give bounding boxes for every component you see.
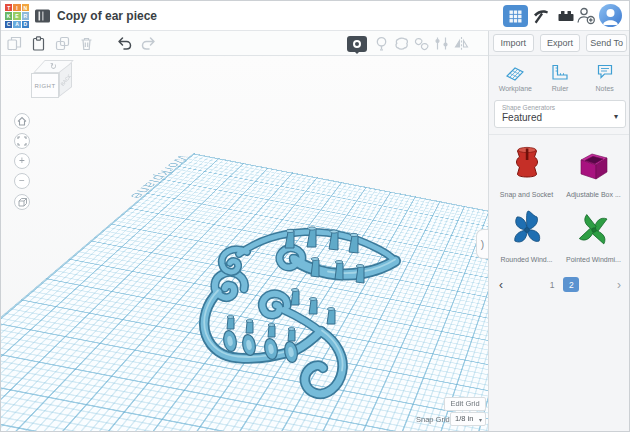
snap-socket-thumbnail	[507, 143, 547, 187]
dropdown-label: Shape Generators	[502, 104, 618, 111]
view-cube[interactable]: ↻ RIGHT BACK	[30, 60, 78, 104]
view-cube-front-face[interactable]: RIGHT	[31, 73, 59, 98]
shape-generators-dropdown[interactable]: Shape Generators Featured ▾	[494, 100, 626, 128]
page-1-button[interactable]: 1	[550, 280, 555, 290]
shape-rounded-windmill[interactable]: Rounded Wind...	[493, 208, 560, 263]
logo-letter: E	[13, 12, 20, 19]
edit-grid-button[interactable]: Edit Grid	[444, 397, 486, 411]
redo-button[interactable]	[140, 35, 157, 52]
logo-letter: N	[22, 4, 29, 11]
grid-tiles-icon	[509, 10, 522, 23]
lightbulb-icon	[373, 35, 390, 52]
home-view-button[interactable]	[14, 113, 30, 129]
align-button[interactable]	[433, 35, 450, 52]
fit-view-icon	[17, 136, 27, 146]
ruler-icon	[549, 62, 571, 82]
pickaxe-icon	[531, 6, 551, 26]
person-icon	[599, 4, 622, 27]
rounded-windmill-thumbnail	[507, 208, 547, 252]
ruler-tool[interactable]: Ruler	[538, 62, 583, 92]
tool-label: Notes	[596, 85, 614, 92]
file-actions: Import Export Send To	[489, 31, 630, 56]
import-button[interactable]: Import	[493, 34, 534, 52]
shape-label: Rounded Wind...	[500, 256, 552, 263]
mirror-button[interactable]	[453, 35, 470, 52]
tool-label: Ruler	[552, 85, 569, 92]
header: T I N K E R C A D Copy of ear piece	[1, 1, 630, 31]
person-add-icon	[575, 6, 597, 26]
user-avatar[interactable]	[599, 4, 622, 27]
ear-piece-model[interactable]	[204, 227, 395, 394]
lego-brick-icon	[556, 6, 576, 26]
panel-collapse-handle[interactable]: )	[476, 229, 488, 259]
home-icon	[17, 116, 27, 126]
caret-down-icon: ▾	[614, 112, 618, 121]
fit-view-button[interactable]	[14, 133, 30, 149]
shape-snap-and-socket[interactable]: Snap and Socket	[493, 143, 560, 198]
notes-icon	[594, 62, 616, 82]
design-properties-icon[interactable]	[34, 8, 51, 24]
logo-letter: D	[22, 21, 29, 28]
tab-bricks[interactable]	[556, 6, 576, 26]
rotate-icon: ↻	[50, 62, 57, 71]
page-2-button[interactable]: 2	[563, 277, 579, 292]
logo-letter: K	[5, 12, 12, 19]
duplicate-button[interactable]	[54, 35, 71, 52]
snap-grid-select[interactable]: 1/8 in ▾	[450, 412, 486, 426]
toolbar	[1, 31, 488, 56]
tool-label: Workplane	[499, 85, 532, 92]
shape-label: Snap and Socket	[500, 191, 553, 198]
shape-label: Pointed Windmi...	[566, 256, 621, 263]
workplane-tool[interactable]: Workplane	[493, 62, 538, 92]
undo-icon	[116, 35, 133, 52]
align-icon	[433, 35, 450, 52]
snap-grid-label: Snap Grid	[416, 415, 450, 424]
shape-gallery: Snap and Socket Adjustable Box ...	[489, 135, 630, 263]
shape-adjustable-box[interactable]: Adjustable Box ...	[560, 143, 627, 198]
tinkercad-app: T I N K E R C A D Copy of ear piece	[0, 0, 630, 432]
send-to-button[interactable]: Send To	[586, 34, 627, 52]
tab-3d-designs[interactable]	[503, 5, 528, 27]
invite-people-button[interactable]	[575, 6, 597, 26]
ungroup-icon	[413, 35, 430, 52]
export-button[interactable]: Export	[540, 34, 581, 52]
shape-pointed-windmill[interactable]: Pointed Windmi...	[560, 208, 627, 263]
workplane-icon	[504, 62, 526, 82]
helper-tools: Workplane Ruler Notes	[489, 56, 630, 94]
trash-icon	[78, 35, 95, 52]
notes-tool[interactable]: Notes	[582, 62, 627, 92]
logo-letter: A	[13, 21, 20, 28]
design-title[interactable]: Copy of ear piece	[57, 1, 157, 31]
caret-down-icon: ▾	[479, 414, 482, 426]
shape-label: Adjustable Box ...	[566, 191, 620, 198]
show-all-button[interactable]	[373, 35, 390, 52]
duplicate-icon	[54, 35, 71, 52]
paste-icon	[30, 35, 47, 52]
viewport-3d[interactable]: Workplane	[1, 56, 488, 432]
group-button[interactable]	[393, 35, 410, 52]
group-icon	[393, 35, 410, 52]
zoom-out-button[interactable]: −	[14, 173, 30, 189]
tinkercad-logo[interactable]: T I N K E R C A D	[5, 4, 29, 28]
logo-letter: T	[5, 4, 12, 11]
delete-button[interactable]	[78, 35, 95, 52]
tab-minecraft[interactable]	[531, 6, 551, 26]
toolbar-adjust-group	[347, 31, 470, 56]
toolbar-edit-group	[6, 31, 157, 56]
logo-letter: R	[22, 12, 29, 19]
zoom-in-button[interactable]: +	[14, 153, 30, 169]
prev-page-button[interactable]: ‹	[499, 278, 503, 292]
next-page-button[interactable]: ›	[617, 278, 621, 292]
hide-button[interactable]	[347, 36, 367, 52]
pointed-windmill-thumbnail	[574, 208, 614, 252]
ungroup-button[interactable]	[413, 35, 430, 52]
perspective-toggle-button[interactable]	[14, 194, 30, 210]
model-layer	[1, 56, 488, 432]
ortho-cube-icon	[17, 197, 28, 208]
logo-letter: C	[5, 21, 12, 28]
copy-button[interactable]	[6, 35, 23, 52]
mirror-icon	[453, 35, 470, 52]
hide-icon	[353, 40, 361, 48]
paste-button[interactable]	[30, 35, 47, 52]
undo-button[interactable]	[116, 35, 133, 52]
